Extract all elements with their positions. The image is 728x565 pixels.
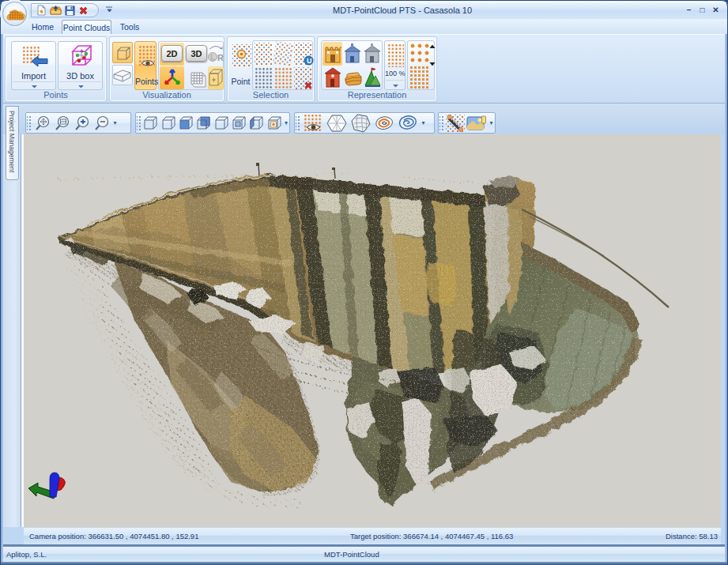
svg-text:L: L — [210, 53, 215, 62]
svg-text:U: U — [307, 57, 312, 65]
svg-text:R: R — [217, 53, 224, 62]
